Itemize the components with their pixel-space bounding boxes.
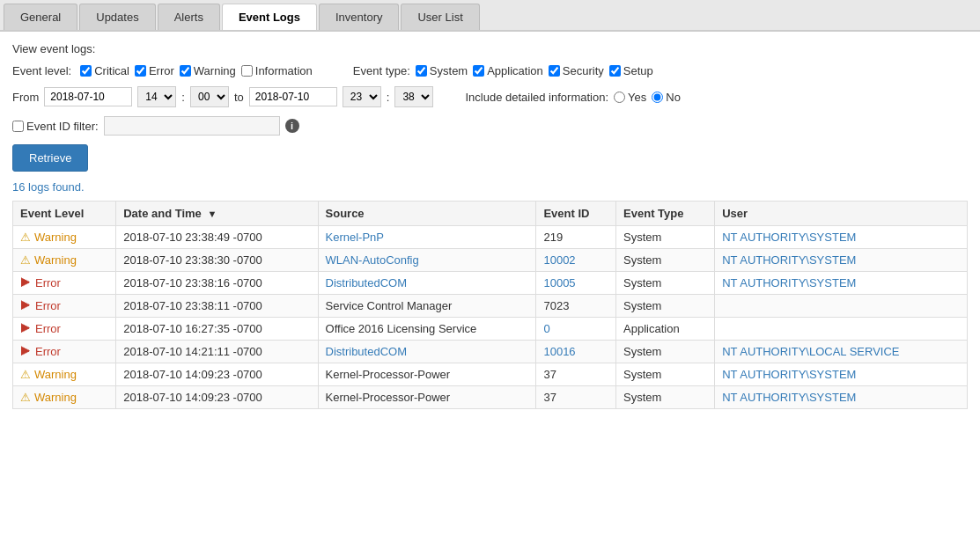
table-row: ⯈Error2018-07-10 14:21:11 -0700Distribut…: [13, 341, 968, 363]
level-critical-checkbox[interactable]: [80, 65, 92, 77]
detailed-label: Include detailed information:: [465, 91, 608, 104]
time-separator-1: :: [181, 91, 185, 104]
cell-datetime: 2018-07-10 23:38:49 -0700: [116, 226, 318, 249]
level-warning-item[interactable]: Warning: [180, 64, 236, 77]
cell-source[interactable]: WLAN-AutoConfig: [318, 249, 536, 272]
cell-user[interactable]: NT AUTHORITY\SYSTEM: [715, 249, 968, 272]
cell-level[interactable]: ⚠Warning: [13, 249, 116, 272]
level-critical-label: Critical: [94, 64, 129, 77]
type-application-checkbox[interactable]: [473, 65, 484, 77]
level-text: Warning: [34, 391, 77, 404]
level-error-item[interactable]: Error: [135, 64, 174, 77]
level-information-item[interactable]: Information: [241, 64, 313, 77]
detail-yes-item[interactable]: Yes: [614, 91, 646, 104]
info-icon[interactable]: i: [285, 119, 299, 133]
error-icon: ⯈: [20, 345, 32, 358]
from-date-input[interactable]: [44, 87, 132, 106]
cell-event-type: Application: [616, 318, 715, 341]
event-id-input[interactable]: [104, 116, 280, 136]
to-hour-select[interactable]: 23: [343, 86, 381, 107]
level-text: Warning: [34, 368, 77, 381]
cell-level[interactable]: ⯈Error: [13, 318, 116, 341]
tab-inventory[interactable]: Inventory: [319, 4, 399, 30]
to-date-input[interactable]: [249, 87, 337, 106]
type-security-item[interactable]: Security: [549, 64, 604, 77]
type-system-label: System: [430, 64, 468, 77]
cell-datetime: 2018-07-10 14:09:23 -0700: [116, 386, 318, 409]
cell-source[interactable]: DistributedCOM: [318, 341, 536, 363]
detail-no-radio[interactable]: [652, 92, 663, 103]
cell-source[interactable]: Kernel-PnP: [318, 226, 536, 249]
from-hour-select[interactable]: 14: [137, 86, 176, 107]
event-id-row: Event ID filter: i: [12, 116, 968, 136]
cell-user[interactable]: NT AUTHORITY\LOCAL SERVICE: [715, 341, 968, 363]
tab-updates[interactable]: Updates: [79, 4, 155, 30]
retrieve-button[interactable]: Retrieve: [12, 144, 88, 172]
col-event-level: Event Level: [13, 202, 116, 226]
cell-event-id[interactable]: 10002: [536, 249, 616, 272]
level-text: Error: [35, 299, 61, 312]
tab-general[interactable]: General: [4, 4, 77, 30]
table-row: ⯈Error2018-07-10 16:27:35 -0700Office 20…: [13, 318, 968, 341]
cell-user[interactable]: NT AUTHORITY\SYSTEM: [715, 272, 968, 295]
detail-no-item[interactable]: No: [652, 91, 681, 104]
type-setup-item[interactable]: Setup: [609, 64, 653, 77]
level-error-checkbox[interactable]: [135, 65, 146, 77]
cell-event-type: System: [616, 295, 715, 318]
tab-bar: General Updates Alerts Event Logs Invent…: [0, 0, 980, 32]
type-security-checkbox[interactable]: [549, 65, 560, 77]
cell-level[interactable]: ⚠Warning: [13, 363, 116, 386]
event-id-filter-checkbox[interactable]: [12, 121, 24, 132]
cell-datetime: 2018-07-10 14:09:23 -0700: [116, 363, 318, 386]
col-event-id: Event ID: [536, 202, 616, 226]
cell-datetime: 2018-07-10 23:38:16 -0700: [116, 272, 318, 295]
table-row: ⯈Error2018-07-10 23:38:16 -0700Distribut…: [13, 272, 968, 295]
cell-user[interactable]: NT AUTHORITY\SYSTEM: [715, 386, 968, 409]
cell-event-id[interactable]: 10005: [536, 272, 616, 295]
cell-user[interactable]: NT AUTHORITY\SYSTEM: [715, 363, 968, 386]
tab-user-list[interactable]: User List: [401, 4, 479, 30]
event-id-filter-item[interactable]: Event ID filter:: [12, 120, 99, 133]
detail-no-label: No: [666, 91, 681, 104]
type-system-checkbox[interactable]: [416, 65, 427, 77]
cell-event-id: 219: [536, 226, 616, 249]
level-critical-item[interactable]: Critical: [80, 64, 129, 77]
level-information-checkbox[interactable]: [241, 65, 253, 77]
cell-user[interactable]: NT AUTHORITY\SYSTEM: [715, 226, 968, 249]
cell-user: [715, 318, 968, 341]
cell-level[interactable]: ⯈Error: [13, 272, 116, 295]
cell-level[interactable]: ⚠Warning: [13, 386, 116, 409]
tab-alerts[interactable]: Alerts: [158, 4, 220, 30]
cell-level[interactable]: ⚠Warning: [13, 226, 116, 249]
tab-event-logs[interactable]: Event Logs: [222, 4, 317, 30]
type-setup-checkbox[interactable]: [609, 65, 621, 77]
cell-event-id[interactable]: 0: [536, 318, 616, 341]
col-datetime[interactable]: Date and Time ▼: [116, 202, 318, 226]
cell-level[interactable]: ⯈Error: [13, 295, 116, 318]
col-source: Source: [318, 202, 536, 226]
level-text: Warning: [34, 231, 77, 244]
cell-event-id[interactable]: 10016: [536, 341, 616, 363]
cell-event-id: 7023: [536, 295, 616, 318]
table-row: ⯈Error2018-07-10 23:38:11 -0700Service C…: [13, 295, 968, 318]
col-user: User: [715, 202, 968, 226]
event-logs-table: Event Level Date and Time ▼ Source Event…: [12, 201, 968, 409]
level-warning-checkbox[interactable]: [180, 65, 191, 77]
cell-datetime: 2018-07-10 16:27:35 -0700: [116, 318, 318, 341]
level-error-label: Error: [149, 64, 174, 77]
to-minute-select[interactable]: 38: [394, 86, 433, 107]
cell-level[interactable]: ⯈Error: [13, 341, 116, 363]
cell-datetime: 2018-07-10 14:21:11 -0700: [116, 341, 318, 363]
error-icon: ⯈: [20, 322, 32, 335]
detail-yes-radio[interactable]: [614, 92, 625, 103]
detail-yes-label: Yes: [628, 91, 646, 104]
from-minute-select[interactable]: 00: [190, 86, 229, 107]
cell-source[interactable]: DistributedCOM: [318, 272, 536, 295]
time-separator-2: :: [387, 91, 390, 104]
type-system-item[interactable]: System: [416, 64, 468, 77]
from-label: From: [12, 91, 39, 104]
cell-source: Office 2016 Licensing Service: [318, 318, 536, 341]
cell-datetime: 2018-07-10 23:38:11 -0700: [116, 295, 318, 318]
type-application-item[interactable]: Application: [473, 64, 543, 77]
warning-icon: ⚠: [20, 253, 31, 267]
